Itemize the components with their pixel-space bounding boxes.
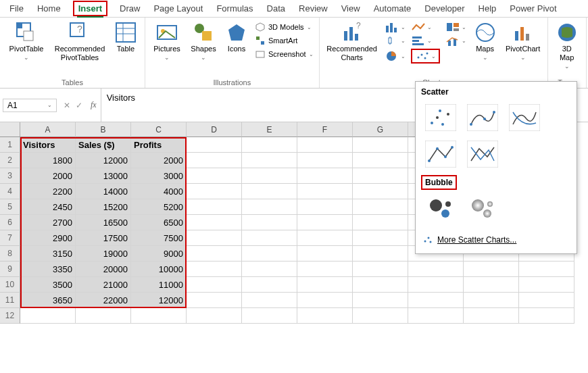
bar-chart-button[interactable]: ⌄ <box>411 35 440 46</box>
row-header[interactable]: 9 <box>0 262 20 277</box>
tab-home[interactable]: Home <box>36 1 62 16</box>
cell[interactable] <box>297 262 353 277</box>
bubble-3d-button[interactable] <box>463 191 502 225</box>
cell[interactable]: 2000 <box>20 168 76 184</box>
cell[interactable] <box>242 308 297 324</box>
cell[interactable] <box>297 168 353 184</box>
recommended-charts-button[interactable]: ? Recommended Charts <box>325 22 379 62</box>
cell[interactable]: 15200 <box>76 199 131 215</box>
cell[interactable]: 3650 <box>20 293 76 308</box>
tab-file[interactable]: File <box>8 1 25 16</box>
tab-review[interactable]: Review <box>297 1 329 16</box>
cell[interactable]: Profits <box>131 137 187 153</box>
cell[interactable] <box>297 137 353 153</box>
scatter-chart-button[interactable]: ⌄ <box>411 49 440 64</box>
cell[interactable]: 17500 <box>76 230 131 246</box>
cell[interactable]: 5200 <box>131 199 187 215</box>
row-header[interactable]: 5 <box>0 199 20 215</box>
cell[interactable] <box>187 246 242 262</box>
cell[interactable] <box>464 308 519 324</box>
cell[interactable] <box>242 230 297 246</box>
bubble-2d-button[interactable] <box>421 191 460 225</box>
cell[interactable] <box>353 137 408 153</box>
cell[interactable] <box>464 293 519 308</box>
pivotchart-button[interactable]: PivotChart⌄ <box>504 22 542 61</box>
cell[interactable] <box>187 168 242 184</box>
cell[interactable] <box>297 293 353 308</box>
cell[interactable]: 7500 <box>131 230 187 246</box>
row-header[interactable]: 2 <box>0 153 20 168</box>
cell[interactable]: 21000 <box>76 277 131 293</box>
cell[interactable]: 11000 <box>131 277 187 293</box>
cell[interactable] <box>242 184 297 199</box>
cell[interactable] <box>187 215 242 230</box>
enter-icon[interactable]: ✓ <box>76 101 82 110</box>
cell[interactable]: 10000 <box>131 262 187 277</box>
cell[interactable]: 3150 <box>20 246 76 262</box>
cell[interactable] <box>519 308 574 324</box>
cell[interactable]: 6500 <box>131 215 187 230</box>
row-header[interactable]: 11 <box>0 293 20 308</box>
cell[interactable] <box>464 262 519 277</box>
cell[interactable]: 2700 <box>20 215 76 230</box>
cell[interactable] <box>408 277 464 293</box>
cell[interactable] <box>187 308 242 324</box>
cell[interactable] <box>464 277 519 293</box>
cell[interactable]: 12000 <box>131 293 187 308</box>
scatter-straight-markers-button[interactable] <box>421 137 460 171</box>
cell[interactable] <box>187 199 242 215</box>
cell[interactable] <box>76 308 131 324</box>
3d-map-button[interactable]: 3D Map⌄ <box>554 22 581 70</box>
cell[interactable]: 2450 <box>20 199 76 215</box>
combo-chart-button[interactable]: ⌄ <box>445 35 466 46</box>
cell[interactable] <box>297 153 353 168</box>
tab-page-layout[interactable]: Page Layout <box>152 1 204 16</box>
cell[interactable] <box>242 277 297 293</box>
tab-insert[interactable]: Insert <box>77 1 103 18</box>
row-header[interactable]: 1 <box>0 137 20 153</box>
cell[interactable] <box>187 230 242 246</box>
cell[interactable] <box>297 246 353 262</box>
cell[interactable]: 19000 <box>76 246 131 262</box>
cell[interactable] <box>187 184 242 199</box>
maps-button[interactable]: Maps⌄ <box>472 22 499 61</box>
cell[interactable] <box>297 230 353 246</box>
cell[interactable] <box>519 277 574 293</box>
cell[interactable] <box>187 277 242 293</box>
name-box[interactable]: A1⌄ <box>3 99 57 112</box>
pie-chart-button[interactable]: ⌄ <box>385 49 406 64</box>
cell[interactable] <box>353 262 408 277</box>
pivottable-button[interactable]: PivotTable⌄ <box>5 22 47 61</box>
cell[interactable]: 9000 <box>131 246 187 262</box>
line-chart-button[interactable]: ⌄ <box>411 22 440 32</box>
cell[interactable]: 3350 <box>20 262 76 277</box>
cell[interactable] <box>353 199 408 215</box>
cell[interactable] <box>297 184 353 199</box>
cell[interactable]: 14000 <box>76 184 131 199</box>
tab-data[interactable]: Data <box>266 1 287 16</box>
row-header[interactable]: 6 <box>0 215 20 230</box>
cell[interactable]: 12000 <box>76 153 131 168</box>
cell[interactable] <box>187 293 242 308</box>
tab-draw[interactable]: Draw <box>118 1 141 16</box>
stat-chart-button[interactable]: ⌄ <box>385 35 406 46</box>
smartart-button[interactable]: SmartArt <box>255 35 314 46</box>
screenshot-button[interactable]: Screenshot ⌄ <box>255 49 314 59</box>
tab-help[interactable]: Help <box>477 1 498 16</box>
cell[interactable]: 13000 <box>76 168 131 184</box>
col-header[interactable]: F <box>297 122 353 137</box>
cell[interactable] <box>353 277 408 293</box>
icons-button[interactable]: Icons <box>224 22 249 53</box>
cell[interactable] <box>242 262 297 277</box>
cell[interactable] <box>242 246 297 262</box>
row-header[interactable]: 12 <box>0 308 20 324</box>
row-header[interactable]: 3 <box>0 168 20 184</box>
scatter-markers-button[interactable] <box>421 101 460 134</box>
cell[interactable]: 16500 <box>76 215 131 230</box>
cell[interactable]: 2900 <box>20 230 76 246</box>
cell[interactable] <box>353 168 408 184</box>
select-all-corner[interactable] <box>0 122 20 137</box>
cell[interactable] <box>187 262 242 277</box>
cell[interactable] <box>353 215 408 230</box>
hierarchy-chart-button[interactable]: ⌄ <box>445 22 466 32</box>
